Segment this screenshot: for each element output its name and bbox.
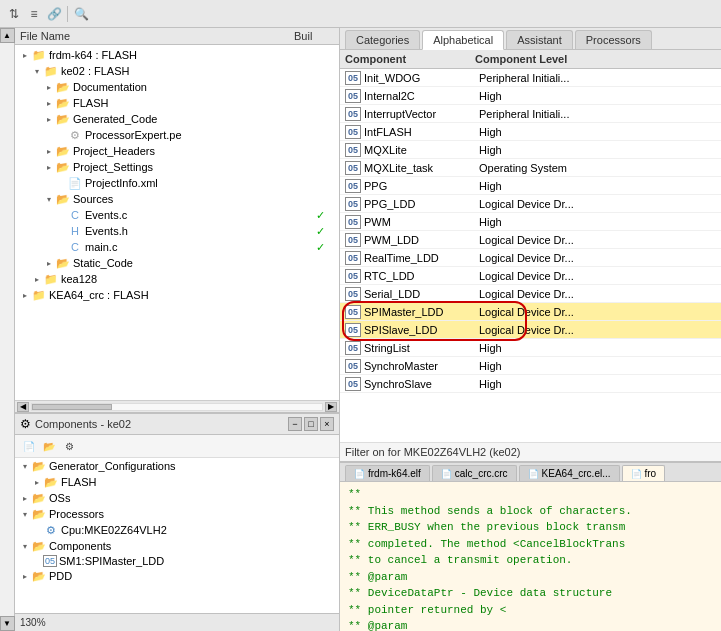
tab-frdm-elf[interactable]: 📄 frdm-k64.elf <box>345 465 430 481</box>
component-row-interruptvector[interactable]: 05InterruptVectorPeripheral Initiali... <box>340 105 721 123</box>
kea128-arrow[interactable]: ▸ <box>31 273 43 285</box>
tab-alphabetical[interactable]: Alphabetical <box>422 30 504 50</box>
comp-icon-synchroslave: 05 <box>345 377 361 391</box>
comp-tree-components[interactable]: ▾ 📂 Components <box>15 538 339 554</box>
component-row-rtc-ldd[interactable]: 05RTC_LDDLogical Device Dr... <box>340 267 721 285</box>
component-row-realtime-ldd[interactable]: 05RealTime_LDDLogical Device Dr... <box>340 249 721 267</box>
component-row-synchromaster[interactable]: 05SynchroMasterHigh <box>340 357 721 375</box>
comp-name-interruptvector: InterruptVector <box>364 108 479 120</box>
components-tree[interactable]: ▾ 📂 Generator_Configurations ▸ 📂 FLASH <box>15 458 339 613</box>
tree-item-headers[interactable]: ▸ 📂 Project_Headers <box>15 143 339 159</box>
ke02-label: ke02 : FLASH <box>61 65 129 77</box>
tree-item-flash[interactable]: ▸ 📂 FLASH <box>15 95 339 111</box>
file-tree[interactable]: ▸ 📁 frdm-k64 : FLASH ▾ 📁 ke02 : FLASH <box>15 45 339 400</box>
settings-label: Project_Settings <box>73 161 153 173</box>
h-scrollbar[interactable]: ◀ ▶ <box>15 400 339 412</box>
component-row-pwm[interactable]: 05PWMHigh <box>340 213 721 231</box>
tree-item-static[interactable]: ▸ 📂 Static_Code <box>15 255 339 271</box>
scroll-right-btn[interactable]: ▶ <box>325 402 337 412</box>
comp-icon-ppg_ldd: 05 <box>345 197 361 211</box>
tree-item-kea64[interactable]: ▸ 📁 KEA64_crc : FLASH <box>15 287 339 303</box>
tab-categories[interactable]: Categories <box>345 30 420 49</box>
component-row-stringlist[interactable]: 05StringListHigh <box>340 339 721 357</box>
flash-arrow[interactable]: ▸ <box>43 97 55 109</box>
tree-item-settings[interactable]: ▸ 📂 Project_Settings <box>15 159 339 175</box>
settings-arrow[interactable]: ▸ <box>43 161 55 173</box>
tab-kea64-el[interactable]: 📄 KEA64_crc.el... <box>519 465 620 481</box>
comp-tree-sm1[interactable]: 05 SM1:SPIMaster_LDD <box>15 554 339 568</box>
component-row-pwm-ldd[interactable]: 05PWM_LDDLogical Device Dr... <box>340 231 721 249</box>
tree-column-header: File Name Buil <box>15 28 339 45</box>
comp-icon-pwm_ldd: 05 <box>345 233 361 247</box>
tab-fro[interactable]: 📄 fro <box>622 465 666 482</box>
comp-level-pwm_ldd: Logical Device Dr... <box>479 234 716 246</box>
pdd-label: PDD <box>49 570 72 582</box>
comp-level-spislave_ldd: Logical Device Dr... <box>479 324 716 336</box>
doc-arrow[interactable]: ▸ <box>43 81 55 93</box>
comp-tree-genconfigs[interactable]: ▾ 📂 Generator_Configurations <box>15 458 339 474</box>
comp-level-rtc_ldd: Logical Device Dr... <box>479 270 716 282</box>
component-row-ppg-ldd[interactable]: 05PPG_LDDLogical Device Dr... <box>340 195 721 213</box>
xml-label: ProjectInfo.xml <box>85 177 158 189</box>
comp-tree-processors[interactable]: ▾ 📂 Processors <box>15 506 339 522</box>
h-scroll-thumb[interactable] <box>32 404 112 410</box>
component-row-synchroslave[interactable]: 05SynchroSlaveHigh <box>340 375 721 393</box>
tree-item-projectinfo[interactable]: 📄 ProjectInfo.xml <box>15 175 339 191</box>
sources-label: Sources <box>73 193 113 205</box>
sources-arrow[interactable]: ▾ <box>43 193 55 205</box>
close-btn[interactable]: × <box>320 417 334 431</box>
component-row-intflash[interactable]: 05IntFLASHHigh <box>340 123 721 141</box>
tree-item-ke02[interactable]: ▾ 📁 ke02 : FLASH <box>15 63 339 79</box>
component-row-serial-ldd[interactable]: 05Serial_LDDLogical Device Dr... <box>340 285 721 303</box>
comp-tree-os[interactable]: ▸ 📂 OSs <box>15 490 339 506</box>
tree-item-sources[interactable]: ▾ 📂 Sources <box>15 191 339 207</box>
tree-item-events-c[interactable]: C Events.c ✓ <box>15 207 325 223</box>
comp-tree-flash[interactable]: ▸ 📂 FLASH <box>15 474 339 490</box>
code-line: ** <box>348 486 713 503</box>
comp-tree-pdd[interactable]: ▸ 📂 PDD <box>15 568 339 584</box>
ke02-arrow[interactable]: ▾ <box>31 65 43 77</box>
left-scrollbar[interactable]: ▲ ▼ <box>0 28 15 631</box>
component-row-mqxlite[interactable]: 05MQXLiteHigh <box>340 141 721 159</box>
sort-type-icon[interactable]: ≡ <box>25 5 43 23</box>
component-row-ppg[interactable]: 05PPGHigh <box>340 177 721 195</box>
component-row-init-wdog[interactable]: 05Init_WDOGPeripheral Initiali... <box>340 69 721 87</box>
gen-arrow[interactable]: ▸ <box>43 113 55 125</box>
sort-alpha-icon[interactable]: ⇅ <box>5 5 23 23</box>
component-row-spislave-ldd[interactable]: 05SPISlave_LDDLogical Device Dr... <box>340 321 721 339</box>
scroll-left-btn[interactable]: ◀ <box>17 402 29 412</box>
tab-calc-crc[interactable]: 📄 calc_crc.crc <box>432 465 517 481</box>
static-arrow[interactable]: ▸ <box>43 257 55 269</box>
frdm-arrow[interactable]: ▸ <box>19 49 31 61</box>
tree-item-generated[interactable]: ▸ 📂 Generated_Code <box>15 111 339 127</box>
tree-item-events-h[interactable]: H Events.h ✓ <box>15 223 325 239</box>
settings-icon[interactable]: ⚙ <box>60 437 78 455</box>
new-component-icon[interactable]: 📄 <box>20 437 38 455</box>
tree-item-documentation[interactable]: ▸ 📂 Documentation <box>15 79 339 95</box>
scroll-up-btn[interactable]: ▲ <box>0 28 15 43</box>
tree-item-kea128[interactable]: ▸ 📁 kea128 <box>15 271 339 287</box>
folder-icon[interactable]: 📂 <box>40 437 58 455</box>
component-list[interactable]: 05Init_WDOGPeripheral Initiali...05Inter… <box>340 69 721 442</box>
scroll-down-btn[interactable]: ▼ <box>0 616 15 631</box>
comp-name-ppg: PPG <box>364 180 479 192</box>
component-table-header: Component Component Level <box>340 50 721 69</box>
tab-assistant[interactable]: Assistant <box>506 30 573 49</box>
kea64-arrow[interactable]: ▸ <box>19 289 31 301</box>
tree-item-pe[interactable]: ⚙ ProcessorExpert.pe <box>15 127 339 143</box>
tree-item-main-c[interactable]: C main.c ✓ <box>15 239 325 255</box>
tab-processors[interactable]: Processors <box>575 30 652 49</box>
inspector-tabs: Categories Alphabetical Assistant Proces… <box>340 28 721 50</box>
headers-icon: 📂 <box>55 144 71 158</box>
search-icon[interactable]: 🔍 <box>72 5 90 23</box>
component-row-spimaster-ldd[interactable]: 05SPIMaster_LDDLogical Device Dr... <box>340 303 721 321</box>
headers-arrow[interactable]: ▸ <box>43 145 55 157</box>
tree-item-frdm[interactable]: ▸ 📁 frdm-k64 : FLASH <box>15 47 339 63</box>
comp-tree-cpu[interactable]: ⚙ Cpu:MKE02Z64VLH2 <box>15 522 339 538</box>
main-toolbar: ⇅ ≡ 🔗 🔍 <box>0 0 721 28</box>
component-row-mqxlite-task[interactable]: 05MQXLite_taskOperating System <box>340 159 721 177</box>
minimize-btn[interactable]: − <box>288 417 302 431</box>
maximize-btn[interactable]: □ <box>304 417 318 431</box>
link-icon[interactable]: 🔗 <box>45 5 63 23</box>
component-row-internal2c[interactable]: 05Internal2CHigh <box>340 87 721 105</box>
